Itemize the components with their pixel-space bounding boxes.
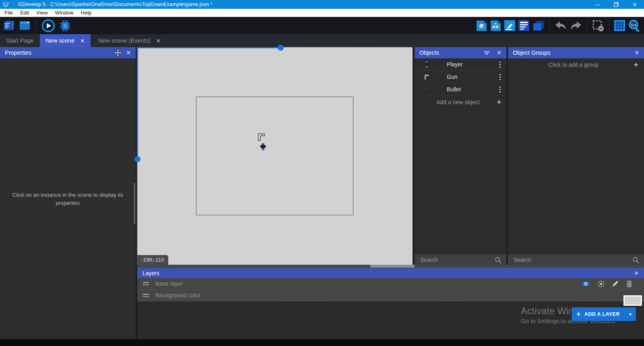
scene-canvas[interactable]: -198;-110	[137, 47, 413, 265]
close-window-button[interactable]: ✕	[625, 0, 644, 9]
toolbar-separator	[549, 20, 550, 31]
object-groups-close-icon[interactable]: ✕	[634, 49, 639, 56]
tab-label: New scene	[46, 37, 75, 44]
redo-icon[interactable]	[570, 21, 582, 31]
drag-handle-icon[interactable]	[143, 294, 149, 297]
menu-file[interactable]: File	[1, 9, 17, 17]
canvas-hscrollbar-thumb[interactable]	[370, 265, 415, 268]
groups-searchbar	[508, 254, 644, 266]
objects-close-icon[interactable]: ✕	[497, 49, 502, 56]
zoom-original-icon[interactable]: 1:1	[628, 19, 641, 32]
add-group-row[interactable]: Click to add a group +	[508, 58, 644, 71]
gdevelop-logo-icon	[3, 2, 9, 7]
bullet-thumbnail-icon	[422, 89, 431, 90]
tabbar: Start Page New scene ✕ New scene (Events…	[0, 34, 644, 47]
edit-layer-pencil-icon[interactable]	[612, 280, 619, 287]
gun-instance[interactable]	[258, 133, 265, 142]
properties-empty-message: Click on an instance in the scene to dis…	[0, 191, 136, 208]
preview-play-icon[interactable]	[41, 19, 55, 33]
objects-header: Objects ✕	[415, 47, 506, 58]
tab-close-icon[interactable]: ✕	[80, 38, 85, 44]
menu-window[interactable]: Window	[51, 9, 77, 17]
properties-scrollbar[interactable]	[134, 183, 135, 224]
tab-label: New scene (Events)	[98, 37, 151, 44]
layers-editor-icon[interactable]	[533, 20, 545, 31]
debugger-icon[interactable]	[59, 20, 72, 32]
restore-icon	[614, 2, 619, 7]
object-menu-icon[interactable]	[498, 72, 502, 82]
object-row-player[interactable]: Player	[415, 58, 506, 71]
layers-panel: Layers ✕ Base layer Background color	[137, 268, 644, 339]
object-groups-panel: Object Groups ✕ Click to add a group +	[508, 47, 644, 266]
add-layer-button[interactable]: + ADD A LAYER ▾	[572, 307, 636, 321]
restore-button[interactable]	[607, 0, 625, 9]
objects-editor-icon[interactable]	[476, 20, 487, 31]
delete-layer-trash-icon[interactable]	[626, 280, 633, 288]
layers-close-icon[interactable]: ✕	[634, 270, 639, 276]
layers-title: Layers	[142, 270, 159, 276]
objects-searchbar	[415, 254, 506, 266]
window-controls: — ✕	[588, 0, 644, 9]
object-groups-title: Object Groups	[513, 49, 551, 56]
vscroll-line-dotted	[137, 164, 138, 265]
grid-icon[interactable]	[614, 20, 625, 31]
properties-header: Properties ✕	[0, 47, 136, 58]
hscroll-line	[137, 47, 279, 48]
vscroll-handle[interactable]	[134, 156, 140, 162]
layer-row-base[interactable]: Base layer	[137, 278, 644, 290]
properties-panel: Properties ✕ Click on an instance in the…	[0, 47, 136, 339]
object-row-bullet[interactable]: Bullet	[415, 83, 506, 96]
undo-icon[interactable]	[555, 21, 567, 31]
object-menu-icon[interactable]	[498, 85, 502, 94]
move-cursor-icon	[114, 49, 122, 58]
layer-name: Background color	[155, 292, 201, 299]
background-color-swatch[interactable]	[623, 295, 642, 306]
object-menu-icon[interactable]	[498, 60, 502, 69]
object-groups-editor-icon[interactable]	[490, 20, 501, 31]
add-object-plus-icon[interactable]: +	[497, 98, 502, 106]
layer-name: Base layer	[155, 280, 183, 287]
add-layer-plus-icon: +	[576, 310, 581, 319]
instances-list-icon[interactable]	[518, 20, 529, 31]
deselect-instances-icon[interactable]	[592, 20, 604, 32]
menu-help[interactable]: Help	[77, 9, 95, 17]
svg-text:1:1: 1:1	[631, 23, 636, 27]
object-name: Gun	[447, 74, 457, 80]
hscroll-handle[interactable]	[278, 45, 284, 51]
project-manager-icon[interactable]	[3, 20, 15, 31]
groups-search-input[interactable]	[508, 257, 632, 263]
tab-new-scene-events[interactable]: New scene (Events) ✕	[92, 34, 167, 47]
scene-window-icon[interactable]	[19, 20, 31, 31]
tab-new-scene[interactable]: New scene ✕	[40, 34, 91, 47]
titlebar: GDevelop 5 - C:\Users\Sparkle\OneDrive\D…	[0, 0, 644, 9]
menu-view[interactable]: View	[33, 9, 51, 17]
objects-title: Objects	[419, 49, 439, 56]
tab-label: Start Page	[6, 37, 34, 44]
drag-handle-icon[interactable]	[143, 282, 149, 285]
object-row-gun[interactable]: Gun	[415, 71, 506, 83]
add-layer-label: ADD A LAYER	[584, 311, 620, 317]
layer-row-background-color[interactable]: Background color	[137, 290, 644, 301]
layers-header: Layers ✕	[137, 268, 644, 278]
properties-title: Properties	[5, 49, 31, 56]
chevron-down-icon[interactable]: ▾	[629, 311, 632, 317]
player-instance[interactable]	[260, 143, 266, 152]
objects-search-input[interactable]	[415, 257, 495, 263]
filter-icon[interactable]	[484, 51, 489, 54]
add-object-label: Add a new object	[419, 99, 497, 105]
objects-panel: Objects ✕ Player Gun Bullet Add a	[415, 47, 506, 266]
add-group-plus-icon[interactable]: +	[634, 60, 638, 69]
tab-close-icon[interactable]: ✕	[156, 38, 161, 44]
layers-list: Base layer Background color	[137, 278, 644, 301]
minimize-button[interactable]: —	[588, 0, 607, 9]
tab-start-page[interactable]: Start Page	[0, 34, 40, 47]
properties-editor-icon[interactable]	[504, 20, 515, 31]
add-object-row[interactable]: Add a new object +	[415, 96, 506, 108]
object-name: Bullet	[447, 86, 461, 93]
visibility-eye-icon[interactable]	[581, 281, 590, 287]
properties-close-icon[interactable]: ✕	[126, 49, 131, 56]
layer-effects-icon[interactable]	[597, 280, 605, 288]
object-groups-header: Object Groups ✕	[508, 47, 644, 58]
menu-edit[interactable]: Edit	[17, 9, 33, 17]
window-title: GDevelop 5 - C:\Users\Sparkle\OneDrive\D…	[18, 2, 213, 7]
